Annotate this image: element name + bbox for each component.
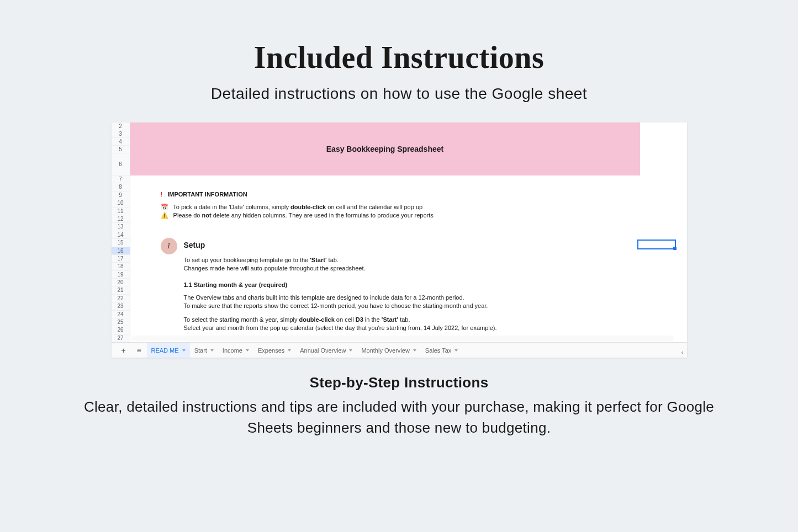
setup-line1: To set up your bookkeeping template go t…	[184, 257, 339, 263]
horizontal-scrollbar[interactable]	[131, 336, 674, 341]
row-number[interactable]: 8	[112, 183, 130, 191]
calendar-icon: 📅	[161, 204, 168, 210]
spreadsheet-preview: 2345678910111213141516171819202122232425…	[112, 123, 687, 358]
tab-income[interactable]: Income	[218, 343, 253, 358]
tab-annual-overview[interactable]: Annual Overview	[295, 343, 357, 358]
chevron-down-icon	[455, 349, 458, 352]
info2-pre: Please do	[173, 212, 202, 219]
bottom-description: Clear, detailed instructions and tips ar…	[0, 397, 798, 438]
info1-bold: double-click	[290, 204, 326, 210]
important-heading: ! IMPORTANT INFORMATION	[161, 191, 247, 198]
chevron-down-icon	[182, 349, 186, 352]
row-number[interactable]: 22	[112, 295, 130, 302]
step-number-badge: 1	[161, 238, 177, 254]
overview-line2: To make sure that the reports show the c…	[184, 302, 488, 309]
row-number[interactable]: 25	[112, 318, 130, 326]
row-number[interactable]: 2	[112, 123, 130, 130]
tab-label: Start	[194, 347, 207, 354]
row-numbers-column: 2345678910111213141516171819202122232425…	[112, 123, 130, 350]
row-number[interactable]: 27	[112, 334, 130, 342]
tab-read-me[interactable]: READ ME	[147, 343, 190, 358]
step-title: Setup	[184, 241, 205, 249]
tab-label: Sales Tax	[425, 347, 452, 354]
page-title: Included Instructions	[0, 0, 798, 75]
sheet-tabs-bar: + ≡ READ MEStartIncomeExpensesAnnual Ove…	[112, 342, 687, 358]
sheet-content: ! IMPORTANT INFORMATION 📅 To pick a date…	[130, 175, 687, 342]
select-line1: To select the starting month & year, sim…	[184, 316, 410, 323]
info-line-warn: ⚠️ Please do not delete any hidden colum…	[161, 212, 434, 219]
tab-label: Annual Overview	[300, 347, 346, 354]
tab-expenses[interactable]: Expenses	[253, 343, 295, 358]
overview-line1: The Overview tabs and charts built into …	[184, 294, 464, 301]
all-sheets-button[interactable]: ≡	[131, 343, 147, 358]
tab-sales-tax[interactable]: Sales Tax	[421, 343, 463, 358]
row-number[interactable]: 11	[112, 208, 130, 215]
tab-label: READ ME	[151, 347, 179, 354]
important-icon: !	[161, 191, 163, 198]
info-line-date: 📅 To pick a date in the 'Date' columns, …	[161, 204, 423, 211]
subsection-heading: 1.1 Starting month & year (required)	[184, 281, 288, 288]
row-number[interactable]: 15	[112, 239, 130, 247]
row-number[interactable]: 21	[112, 286, 130, 294]
info1-post: on cell and the calendar will pop up	[326, 204, 422, 210]
page-subtitle: Detailed instructions on how to use the …	[0, 85, 798, 103]
tab-label: Income	[223, 347, 242, 354]
warning-icon: ⚠️	[161, 212, 168, 219]
select-line2: Select year and month from the pop up ca…	[184, 324, 497, 331]
row-number[interactable]: 17	[112, 255, 130, 263]
row-number[interactable]: 16	[112, 247, 130, 255]
row-number[interactable]: 19	[112, 271, 130, 279]
info2-bold: not	[202, 212, 212, 219]
tab-label: Monthly Overview	[361, 347, 409, 354]
tab-start[interactable]: Start	[190, 343, 218, 358]
sheet-header-banner: Easy Bookkeeping Spreadsheet	[130, 123, 640, 175]
bottom-heading: Step-by-Step Instructions	[0, 374, 798, 391]
cell-drag-handle[interactable]	[673, 247, 677, 250]
sheet-title: Easy Bookkeeping Spreadsheet	[326, 145, 443, 153]
row-number[interactable]: 23	[112, 302, 130, 310]
tab-monthly-overview[interactable]: Monthly Overview	[357, 343, 420, 358]
tab-scroll-left[interactable]: ‹	[681, 349, 684, 355]
row-number[interactable]: 13	[112, 223, 130, 231]
chevron-down-icon	[288, 349, 291, 352]
chevron-down-icon	[246, 349, 249, 352]
info1-pre: To pick a date in the 'Date' columns, si…	[173, 204, 290, 210]
row-number[interactable]: 5	[112, 146, 130, 153]
tab-label: Expenses	[258, 347, 284, 354]
active-cell-highlight[interactable]	[637, 240, 676, 249]
row-number[interactable]: 14	[112, 231, 130, 239]
info2-post: delete any hidden columns. They are used…	[212, 212, 434, 219]
setup-line2: Changes made here will auto-populate thr…	[184, 265, 366, 272]
row-number[interactable]: 6	[112, 153, 130, 175]
row-number[interactable]: 10	[112, 199, 130, 207]
row-number[interactable]: 20	[112, 279, 130, 286]
important-label: IMPORTANT INFORMATION	[167, 191, 247, 198]
row-number[interactable]: 18	[112, 263, 130, 270]
row-number[interactable]: 24	[112, 311, 130, 318]
row-number[interactable]: 7	[112, 175, 130, 183]
row-number[interactable]: 9	[112, 191, 130, 199]
chevron-down-icon	[413, 349, 416, 352]
row-number[interactable]: 12	[112, 215, 130, 223]
row-number[interactable]: 4	[112, 138, 130, 146]
add-sheet-button[interactable]: +	[116, 343, 131, 358]
row-number[interactable]: 3	[112, 130, 130, 138]
chevron-down-icon	[349, 349, 352, 352]
chevron-down-icon	[210, 349, 214, 352]
row-number[interactable]: 26	[112, 326, 130, 334]
